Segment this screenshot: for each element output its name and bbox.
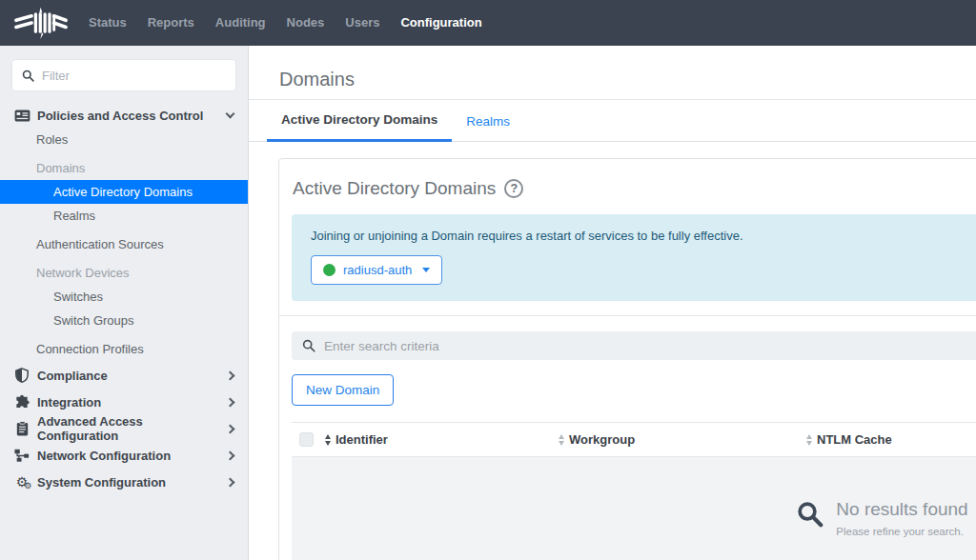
sidebar-group-label: Policies and Access Control	[37, 109, 227, 123]
chevron-right-icon	[226, 397, 235, 407]
new-domain-button[interactable]: New Domain	[292, 374, 394, 406]
sidebar-group-label: Integration	[37, 395, 227, 410]
tab-bar: Active Directory Domains Realms	[249, 100, 976, 142]
column-header-workgroup[interactable]: Workgroup	[559, 432, 806, 447]
nav-item-auditing[interactable]: Auditing	[205, 0, 276, 46]
sidebar-item-switches[interactable]: Switches	[0, 285, 248, 309]
packetfence-logo[interactable]	[13, 4, 71, 42]
sidebar-group-label: Advanced Access Configuration	[37, 414, 227, 443]
clipboard-icon	[13, 420, 30, 437]
sidebar-item-connection-profiles[interactable]: Connection Profiles	[0, 337, 248, 361]
sidebar-group-label: System Configuration	[37, 475, 227, 490]
alert-text: Joining or unjoining a Domain requires a…	[311, 229, 976, 243]
sidebar-item-roles[interactable]: Roles	[0, 128, 248, 151]
sitemap-icon	[13, 447, 30, 464]
service-running-status-icon	[323, 264, 336, 276]
sidebar-group-system-configuration[interactable]: ⚙⚙ System Configuration	[0, 470, 248, 494]
no-results-state: No results found Please refine your sear…	[797, 499, 967, 537]
help-icon[interactable]: ?	[504, 179, 523, 198]
nav-item-configuration[interactable]: Configuration	[390, 0, 492, 46]
sidebar-item-active-directory-domains[interactable]: Active Directory Domains	[0, 180, 248, 204]
shield-icon	[13, 367, 30, 384]
no-results-subtitle: Please refine your search.	[836, 526, 967, 537]
sidebar-group-label: Compliance	[37, 369, 227, 383]
nav-item-nodes[interactable]: Nodes	[276, 0, 336, 46]
table-empty-zone: No results found Please refine your sear…	[292, 457, 976, 560]
sidebar-subheader-domains: Domains	[0, 156, 248, 180]
active-directory-domains-card: Active Directory Domains ? Joining or un…	[278, 158, 976, 560]
nav-item-status[interactable]: Status	[78, 0, 137, 46]
sort-icon	[325, 434, 331, 446]
column-header-identifier[interactable]: Identifier	[325, 432, 559, 447]
search-icon	[302, 339, 315, 352]
chevron-right-icon	[226, 424, 235, 433]
chevron-right-icon	[226, 477, 235, 487]
id-card-icon	[13, 107, 30, 124]
chevron-down-icon	[226, 109, 235, 118]
sidebar-item-authentication-sources[interactable]: Authentication Sources	[0, 232, 248, 256]
sidebar-group-policies-and-access-control[interactable]: Policies and Access Control	[0, 103, 248, 128]
chevron-right-icon	[226, 370, 235, 380]
config-sidebar: Policies and Access Control Roles Domain…	[0, 46, 249, 560]
sidebar-group-network-configuration[interactable]: Network Configuration	[0, 443, 248, 468]
column-header-ntlm-cache[interactable]: NTLM Cache	[806, 432, 892, 447]
sidebar-group-advanced-access-configuration[interactable]: Advanced Access Configuration	[0, 416, 248, 441]
nav-item-reports[interactable]: Reports	[137, 0, 205, 46]
page-title: Domains	[279, 69, 976, 90]
column-label: Workgroup	[569, 432, 635, 447]
service-name: radiusd-auth	[343, 263, 412, 277]
main-content: Domains Active Directory Domains Realms …	[249, 46, 976, 560]
barbed-wire-logo-icon	[13, 6, 69, 40]
page-header: Domains	[249, 46, 976, 100]
chevron-right-icon	[226, 450, 235, 460]
sort-icon	[559, 434, 564, 446]
column-label: NTLM Cache	[817, 432, 892, 447]
search-icon	[22, 70, 34, 82]
restart-services-alert: Joining or unjoining a Domain requires a…	[292, 214, 976, 301]
top-navbar: Status Reports Auditing Nodes Users Conf…	[0, 0, 976, 46]
card-title: Active Directory Domains	[293, 178, 496, 199]
search-input[interactable]	[324, 339, 976, 353]
sidebar-subheader-network-devices: Network Devices	[0, 261, 248, 285]
sidebar-group-compliance[interactable]: Compliance	[0, 363, 248, 388]
search-bar[interactable]	[292, 331, 976, 360]
sidebar-item-realms[interactable]: Realms	[0, 204, 248, 228]
sidebar-group-label: Network Configuration	[37, 449, 227, 463]
card-title-row: Active Directory Domains ?	[293, 178, 976, 199]
sidebar-filter-box[interactable]	[11, 59, 236, 91]
tab-active-directory-domains[interactable]: Active Directory Domains	[267, 100, 452, 142]
card-divider	[279, 315, 976, 316]
sidebar-item-switch-groups[interactable]: Switch Groups	[0, 309, 248, 332]
radiusd-auth-service-dropdown[interactable]: radiusd-auth	[311, 255, 442, 285]
magnifier-icon	[797, 501, 824, 528]
puzzle-icon	[13, 393, 30, 410]
column-label: Identifier	[336, 432, 388, 447]
sidebar-filter-input[interactable]	[42, 69, 226, 83]
tab-realms[interactable]: Realms	[452, 100, 524, 142]
caret-down-icon	[422, 268, 430, 272]
sidebar-group-integration[interactable]: Integration	[0, 390, 248, 414]
nav-item-users[interactable]: Users	[335, 0, 390, 46]
select-all-checkbox[interactable]	[299, 432, 314, 447]
gears-icon: ⚙⚙	[13, 473, 30, 490]
sort-icon	[806, 434, 812, 446]
domains-table-header: Identifier Workgroup NTLM Cache	[292, 422, 976, 457]
no-results-title: No results found	[836, 499, 967, 520]
